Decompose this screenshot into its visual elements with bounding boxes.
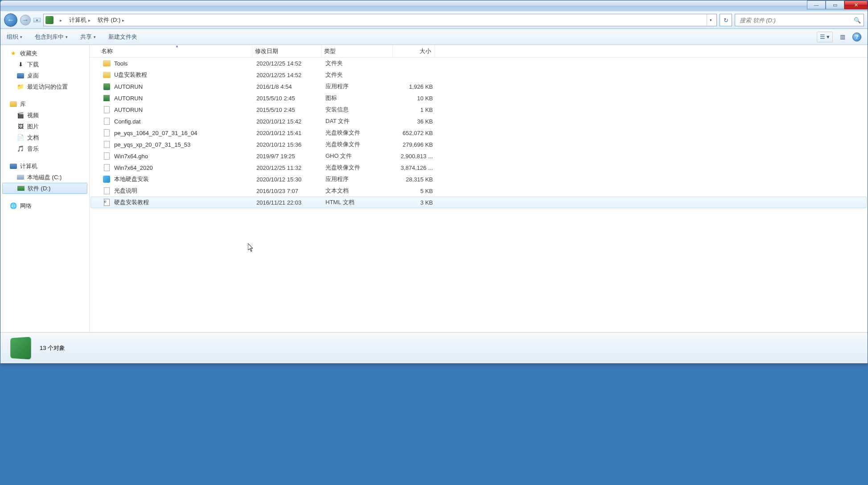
breadcrumb-label: 软件 (D:) bbox=[98, 16, 120, 24]
file-date: 2020/10/12 15:42 bbox=[254, 118, 323, 125]
sidebar-header-label: 收藏夹 bbox=[20, 49, 37, 58]
breadcrumb-computer[interactable]: 计算机 ▸ bbox=[66, 14, 95, 26]
sidebar-item-drive-green[interactable]: 软件 (D:) bbox=[2, 183, 87, 194]
organize-menu[interactable]: 组织 ▾ bbox=[7, 33, 22, 41]
column-headers: 名称 ▲ 修改日期 类型 大小 bbox=[90, 45, 868, 58]
file-date: 2020/10/12 15:36 bbox=[254, 141, 323, 148]
recent-icon: 📁 bbox=[16, 83, 25, 91]
sidebar-item-desktop[interactable]: 桌面 bbox=[0, 70, 89, 81]
file-name: AUTORUN bbox=[114, 83, 143, 90]
file-row[interactable]: AUTORUN2015/5/10 2:45图标10 KB bbox=[91, 92, 867, 104]
file-name-cell: Win7x64_2020 bbox=[100, 164, 254, 172]
column-name[interactable]: 名称 ▲ bbox=[99, 45, 252, 57]
sidebar-header-network[interactable]: 🌐网络 bbox=[0, 200, 89, 211]
file-type: 光盘映像文件 bbox=[323, 164, 394, 172]
drive-icon bbox=[45, 16, 53, 24]
address-bar[interactable]: ▸ 计算机 ▸ 软件 (D:) ▸ ▾ bbox=[43, 14, 717, 26]
file-name: Win7x64.gho bbox=[114, 153, 148, 160]
file-row[interactable]: e硬盘安装教程2016/11/21 22:03HTML 文档3 KB bbox=[91, 197, 867, 208]
txt-icon bbox=[103, 152, 111, 160]
txt-icon bbox=[103, 187, 111, 195]
file-row[interactable]: Config.dat2020/10/12 15:42DAT 文件36 KB bbox=[91, 115, 867, 127]
file-type: 应用程序 bbox=[323, 175, 394, 183]
refresh-button[interactable]: ↻ bbox=[720, 14, 732, 26]
maximize-button[interactable]: ▭ bbox=[826, 0, 844, 9]
document-icon: 📄 bbox=[16, 134, 25, 142]
file-row[interactable]: pe_yqs_xp_20_07_31_15_532020/10/12 15:36… bbox=[91, 139, 867, 150]
file-size: 279,696 KB bbox=[394, 141, 436, 148]
explorer-window: — ▭ ✕ ← → ▾ ▸ 计算机 ▸ 软件 (D:) ▸ ▾ ↻ 🔍 bbox=[0, 0, 868, 364]
file-date: 2020/12/25 14:52 bbox=[254, 60, 323, 67]
file-row[interactable]: Tools2020/12/25 14:52文件夹 bbox=[91, 58, 867, 69]
picture-icon: 🖼 bbox=[16, 123, 25, 131]
forward-button[interactable]: → bbox=[20, 15, 31, 25]
sidebar: ★收藏夹⬇下载桌面📁最近访问的位置库🎬视频🖼图片📄文档🎵音乐计算机本地磁盘 (C… bbox=[0, 45, 90, 332]
search-input[interactable] bbox=[740, 17, 854, 24]
file-type: 光盘映像文件 bbox=[323, 129, 394, 137]
sidebar-item-download[interactable]: ⬇下载 bbox=[0, 59, 89, 70]
file-size: 2,900,813 ... bbox=[394, 153, 436, 160]
search-icon[interactable]: 🔍 bbox=[854, 17, 861, 24]
sidebar-header-computer[interactable]: 计算机 bbox=[0, 160, 89, 172]
file-type: GHO 文件 bbox=[323, 152, 394, 160]
new-folder-button[interactable]: 新建文件夹 bbox=[108, 33, 137, 41]
file-size: 3,874,126 ... bbox=[394, 164, 436, 171]
file-name-cell: Config.dat bbox=[100, 117, 254, 125]
file-row[interactable]: 光盘说明2016/10/23 7:07文本文档5 KB bbox=[91, 185, 867, 197]
column-size[interactable]: 大小 bbox=[393, 45, 435, 57]
file-name-cell: AUTORUN bbox=[100, 106, 254, 114]
breadcrumb-drive[interactable]: 软件 (D:) ▸ bbox=[95, 14, 129, 26]
file-row[interactable]: AUTORUN2015/5/10 2:45安装信息1 KB bbox=[91, 104, 867, 115]
chevron-down-icon: ▾ bbox=[827, 33, 830, 40]
download-icon: ⬇ bbox=[16, 61, 25, 69]
sidebar-item-picture[interactable]: 🖼图片 bbox=[0, 121, 89, 132]
file-row[interactable]: pe_yqs_1064_20_07_31_16_042020/10/12 15:… bbox=[91, 127, 867, 139]
file-size: 10 KB bbox=[394, 95, 436, 102]
search-box[interactable]: 🔍 bbox=[735, 14, 864, 26]
file-type: 安装信息 bbox=[323, 106, 394, 114]
sidebar-item-recent[interactable]: 📁最近访问的位置 bbox=[0, 81, 89, 92]
view-mode-button[interactable]: ☰ ▾ bbox=[817, 32, 833, 42]
sidebar-item-music[interactable]: 🎵音乐 bbox=[0, 143, 89, 154]
file-size: 1,926 KB bbox=[394, 83, 436, 90]
sidebar-item-label: 图片 bbox=[27, 123, 39, 131]
file-row[interactable]: Win7x64_20202020/12/25 11:32光盘映像文件3,874,… bbox=[91, 162, 867, 173]
share-menu[interactable]: 共享 ▾ bbox=[80, 33, 96, 41]
sidebar-header-star[interactable]: ★收藏夹 bbox=[0, 48, 89, 59]
file-row[interactable]: 本地硬盘安装2020/10/12 15:30应用程序28,315 KB bbox=[91, 173, 867, 185]
breadcrumb-sep[interactable]: ▸ bbox=[55, 14, 66, 26]
sidebar-item-document[interactable]: 📄文档 bbox=[0, 132, 89, 143]
minimize-button[interactable]: — bbox=[807, 0, 826, 9]
file-row[interactable]: Win7x64.gho2019/9/7 19:25GHO 文件2,900,813… bbox=[91, 150, 867, 162]
breadcrumb-label: 计算机 bbox=[69, 16, 86, 24]
txt-icon bbox=[103, 106, 111, 114]
status-bar: 13 个对象 bbox=[0, 332, 868, 363]
file-name-cell: e硬盘安装教程 bbox=[100, 198, 254, 206]
sidebar-item-drive[interactable]: 本地磁盘 (C:) bbox=[0, 172, 89, 183]
sidebar-item-video[interactable]: 🎬视频 bbox=[0, 110, 89, 121]
sidebar-item-label: 最近访问的位置 bbox=[27, 83, 68, 91]
column-date[interactable]: 修改日期 bbox=[252, 45, 321, 57]
history-dropdown[interactable]: ▾ bbox=[33, 18, 41, 22]
file-name-cell: 光盘说明 bbox=[100, 187, 254, 195]
include-library-menu[interactable]: 包含到库中 ▾ bbox=[35, 33, 68, 41]
drive-icon bbox=[16, 173, 25, 181]
iso-icon bbox=[103, 140, 111, 148]
preview-pane-button[interactable]: ▥ bbox=[837, 32, 848, 42]
computer-icon bbox=[9, 162, 17, 170]
file-row[interactable]: AUTORUN2016/1/8 4:54应用程序1,926 KB bbox=[91, 81, 867, 92]
address-dropdown[interactable]: ▾ bbox=[707, 14, 715, 26]
ico-icon bbox=[103, 94, 111, 102]
sidebar-header-library[interactable]: 库 bbox=[0, 99, 89, 110]
file-date: 2020/10/12 15:30 bbox=[254, 176, 323, 183]
file-list: 名称 ▲ 修改日期 类型 大小 Tools2020/12/25 14:52文件夹… bbox=[90, 45, 868, 332]
file-name-cell: AUTORUN bbox=[100, 82, 254, 90]
column-type[interactable]: 类型 bbox=[321, 45, 393, 57]
file-date: 2020/12/25 11:32 bbox=[254, 164, 323, 171]
iso-icon bbox=[103, 164, 111, 172]
close-button[interactable]: ✕ bbox=[844, 0, 868, 9]
share-label: 共享 bbox=[80, 33, 92, 41]
file-row[interactable]: U盘安装教程2020/12/25 14:52文件夹 bbox=[91, 69, 867, 81]
help-button[interactable]: ? bbox=[852, 33, 861, 41]
back-button[interactable]: ← bbox=[4, 13, 17, 27]
